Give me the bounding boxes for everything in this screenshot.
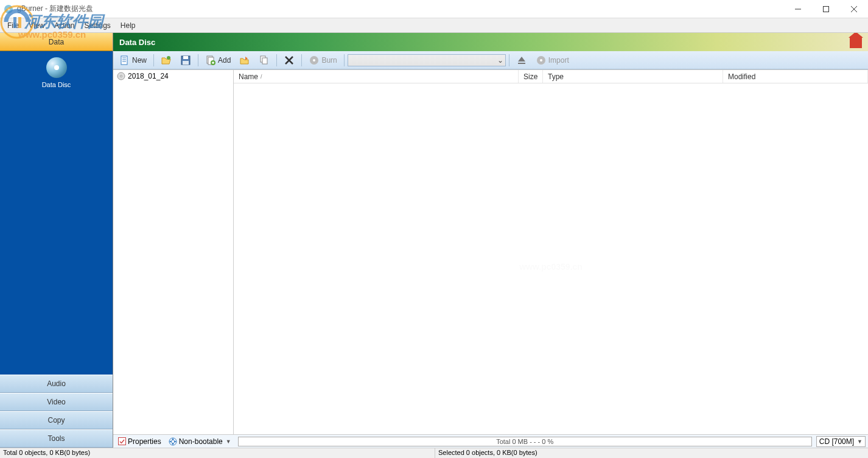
svg-point-27 [313,59,315,62]
extract-button[interactable] [236,53,254,68]
svg-rect-23 [262,58,267,64]
column-size[interactable]: Size [519,70,543,83]
copy-icon [259,55,270,66]
column-name[interactable]: Name/ [234,70,519,83]
svg-rect-16 [183,61,189,65]
close-button[interactable] [840,0,868,18]
delete-button[interactable] [280,53,298,68]
toolbar-separator [276,54,277,66]
toolbar: New Add [113,51,868,69]
copy-button[interactable] [255,53,273,68]
sidebar-tab-tools[interactable]: Tools [0,429,113,448]
checkbox-icon [118,437,126,445]
save-icon [180,55,191,66]
eject-icon [516,55,527,66]
svg-rect-33 [119,438,126,445]
svg-rect-15 [183,56,188,59]
tree-pane: 2018_01_24 [113,70,234,434]
import-icon [536,55,547,66]
new-button[interactable]: New [116,53,150,68]
menu-file[interactable]: File [2,20,24,31]
sidebar-tab-audio[interactable]: Audio [0,375,113,393]
import-button[interactable]: Import [532,53,573,68]
toolbar-separator [153,54,154,66]
burn-icon [309,55,320,66]
toolbar-separator [198,54,198,66]
svg-point-4 [7,8,10,10]
tree-root-item[interactable]: 2018_01_24 [113,70,233,82]
svg-point-13 [167,56,170,60]
minimize-button[interactable] [784,0,812,18]
menubar: File View Action Settings Help [0,18,868,33]
sidebar: Data Data Disc Audio Video Copy Tools [0,33,113,448]
add-button[interactable]: Add [201,53,234,68]
svg-rect-6 [824,6,829,12]
sidebar-item-data-disc[interactable]: Data Disc [42,57,71,88]
disc-small-icon [117,72,125,80]
background-watermark: www.pc0359.cn [519,262,583,272]
bootable-icon [169,437,177,446]
burn-button[interactable]: Burn [305,53,340,68]
chevron-down-icon: ▼ [226,439,231,445]
content-header: Data Disc [113,33,868,51]
progress-bar: Total 0 MB - - - 0 % [238,437,812,446]
status-selected: Selected 0 objects, 0 KB(0 bytes) [435,448,868,458]
app-icon [4,4,13,14]
disc-footer: Properties Non-bootable ▼ Total 0 MB - -… [113,434,868,448]
menu-help[interactable]: Help [116,20,141,31]
status-total: Total 0 objects, 0 KB(0 bytes) [0,448,435,458]
toolbar-separator [344,54,345,66]
svg-rect-9 [121,56,127,65]
list-header: Name/ Size Type Modified [234,70,868,83]
statusbar: Total 0 objects, 0 KB(0 bytes) Selected … [0,448,868,458]
content-title: Data Disc [119,38,155,47]
menu-view[interactable]: View [24,20,49,31]
tree-item-label: 2018_01_24 [128,72,169,80]
toolbar-separator [509,54,509,66]
svg-rect-28 [518,63,525,64]
bootable-button[interactable]: Non-bootable ▼ [166,437,234,446]
new-icon [119,55,130,66]
open-button[interactable] [157,53,175,68]
home-button[interactable] [850,36,862,48]
maximize-button[interactable] [812,0,840,18]
disc-icon [46,57,67,78]
chevron-down-icon: ▼ [857,439,863,445]
menu-action[interactable]: Action [49,20,79,31]
open-folder-icon [161,55,172,66]
sidebar-item-label: Data Disc [42,81,71,88]
disc-capacity-selector[interactable]: CD [700M] ▼ [816,436,866,447]
delete-icon [284,55,295,66]
drive-selector[interactable]: ⌄ [348,54,506,66]
sidebar-content: Data Disc [0,51,113,375]
titlebar: gBurner - 新建数据光盘 [0,0,868,18]
sidebar-tab-video[interactable]: Video [0,393,113,411]
svg-point-30 [540,59,542,62]
add-icon [205,55,216,66]
folder-arrow-icon [239,55,250,66]
content-area: Data Disc New Add [113,33,868,448]
column-modified[interactable]: Modified [723,70,868,83]
window-title: gBurner - 新建数据光盘 [17,4,93,14]
svg-point-32 [121,76,122,77]
eject-button[interactable] [513,53,531,68]
sidebar-tab-data[interactable]: Data [0,33,113,51]
list-pane: Name/ Size Type Modified www.pc0359.cn [234,70,868,434]
menu-settings[interactable]: Settings [80,20,116,31]
toolbar-separator [301,54,302,66]
sidebar-tab-copy[interactable]: Copy [0,411,113,429]
chevron-down-icon: ⌄ [495,56,505,65]
properties-button[interactable]: Properties [116,437,164,446]
column-type[interactable]: Type [543,70,723,83]
sort-indicator: / [261,74,262,80]
save-button[interactable] [177,53,195,68]
